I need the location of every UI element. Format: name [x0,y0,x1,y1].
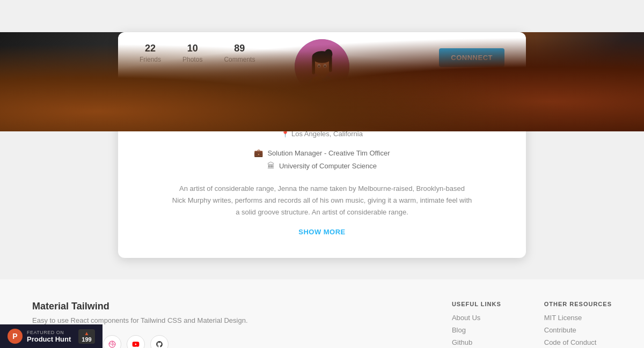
profile-bio: An artist of considerable range, Jenna t… [172,183,472,218]
github-icon[interactable] [150,335,169,348]
job-row: 💼 Solution Manager - Creative Tim Office… [140,149,504,157]
score-count: 199 [82,336,91,343]
product-hunt-text: FEATURED ON Product Hunt [27,330,71,343]
upvote-arrow: ▲ [84,330,90,336]
footer-link-about[interactable]: About Us [452,314,501,322]
footer-link-blog[interactable]: Blog [452,326,501,334]
footer-top: Material Tailwind Easy to use React comp… [32,301,612,348]
university-row: 🏛 University of Computer Science [140,161,504,170]
svg-point-19 [109,341,115,347]
other-resources-heading: OTHER RESOURCES [544,301,612,307]
footer-links-section: USEFUL LINKS About Us Blog Github Free P… [452,301,612,348]
product-hunt-badge[interactable]: P FEATURED ON Product Hunt ▲ 199 [0,324,103,348]
show-more-link[interactable]: SHOW MORE [298,228,346,236]
other-resources-col: OTHER RESOURCES MIT License Contribute C… [544,301,612,348]
dribbble-icon[interactable] [103,335,121,348]
university-icon: 🏛 [267,161,275,170]
university-name: University of Computer Science [279,162,377,170]
job-title: Solution Manager - Creative Tim Officer [267,149,390,157]
footer-link-code-of-conduct[interactable]: Code of Conduct [544,338,612,346]
footer-brand-desc: Easy to use React components for Tailwin… [32,316,452,324]
footer-brand-name: Material Tailwind [32,301,452,312]
footer-link-contribute[interactable]: Contribute [544,326,612,334]
product-hunt-logo: P [8,329,23,344]
product-hunt-score: ▲ 199 [78,329,94,344]
featured-label: FEATURED ON [27,330,71,335]
footer-link-mit[interactable]: MIT License [544,314,612,322]
footer-link-github[interactable]: Github [452,338,501,346]
youtube-icon[interactable] [127,335,145,348]
profile-details: 💼 Solution Manager - Creative Tim Office… [140,149,504,170]
useful-links-col: USEFUL LINKS About Us Blog Github Free P… [452,301,501,348]
product-hunt-name: Product Hunt [27,335,71,343]
hero-rocks-decoration [0,32,644,131]
briefcase-icon: 💼 [254,149,263,157]
useful-links-heading: USEFUL LINKS [452,301,501,307]
